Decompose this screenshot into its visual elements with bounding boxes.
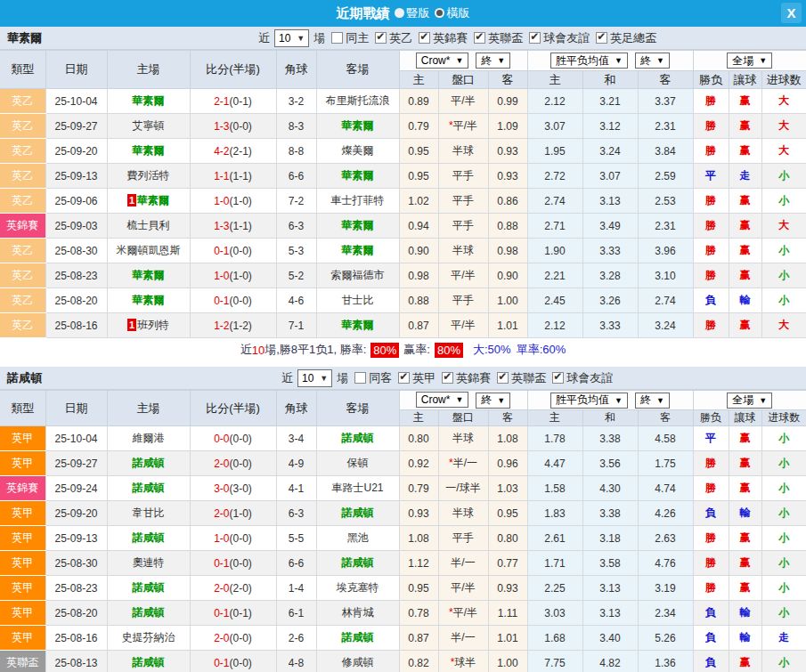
league-checkbox[interactable] [398, 372, 410, 384]
same-venue-checkbox[interactable] [331, 32, 343, 44]
avg-time-select[interactable]: 終▼ [635, 393, 670, 409]
away-team-name: 華素爾 [342, 219, 374, 231]
match-date: 25-09-24 [45, 476, 107, 501]
home-team: 梳士貝利 [107, 214, 190, 239]
match-count-select[interactable]: 10▼ [274, 29, 309, 47]
handicap-result: 赢 [729, 214, 761, 239]
avg-home: 2.72 [527, 164, 582, 189]
handicap: 一/球半 [438, 476, 488, 501]
league-checkbox[interactable] [552, 372, 564, 384]
odds-time-select[interactable]: 終▼ [476, 393, 510, 409]
league-checkbox[interactable] [419, 32, 430, 44]
home-odds: 1.02 [399, 189, 438, 214]
handicap-result: 輸 [729, 288, 761, 313]
odds-time-select[interactable]: 終▼ [476, 53, 510, 69]
layout-radio-horizontal[interactable]: 橫版 [435, 5, 470, 21]
away-odds: 1.09 [488, 114, 527, 139]
league-checkbox[interactable] [596, 32, 607, 44]
sub-column-header: 进球数 [761, 71, 806, 89]
home-team: 諾咸頓 [107, 526, 190, 551]
away-team-name: 華素爾 [342, 244, 374, 256]
league-checkbox[interactable] [497, 372, 509, 384]
goals-result: 小 [761, 164, 806, 189]
score: 0-1(0-0) [190, 651, 276, 672]
fulltime-score: 2-1 [214, 95, 229, 108]
match-row: 英甲25-08-16史提芬納治2-0(0-0)2-6諾咸頓0.87半/一1.01… [0, 626, 806, 651]
same-venue-checkbox[interactable] [354, 372, 366, 384]
away-odds: 0.99 [488, 89, 527, 114]
goals-result-value: 小 [778, 432, 789, 444]
odds-source-select[interactable]: Crow*▼ [416, 53, 469, 69]
handicap: 平手 [438, 189, 488, 214]
corner-score: 4-9 [276, 451, 316, 476]
avg-away: 5.26 [638, 626, 693, 651]
match-count-select[interactable]: 10▼ [297, 369, 332, 387]
scope-select[interactable]: 全場▼ [727, 393, 772, 409]
avg-away: 4.76 [638, 551, 693, 576]
summary-text: 近 [240, 342, 252, 358]
filter-controls: 近10▼場同主英乙英錦賽英聯盃球會友誼英足總盃 [258, 29, 656, 47]
away-odds: 0.96 [488, 451, 527, 476]
avg-draw: 3.33 [582, 239, 638, 263]
sub-column-header: 盤口 [438, 71, 488, 89]
home-odds: 0.79 [399, 476, 438, 501]
corner-score: 6-6 [276, 551, 316, 576]
league-checkbox[interactable] [442, 372, 453, 384]
type-badge: 英甲 [0, 526, 45, 551]
handicap-result-value: 赢 [740, 94, 751, 107]
select-value: Crow* [421, 393, 451, 406]
column-header-date: 日期 [45, 51, 107, 89]
halftime-score: (0-0) [230, 532, 252, 545]
match-date: 25-08-30 [45, 551, 107, 576]
handicap-value: 平手 [452, 294, 474, 306]
type-badge: 英甲 [0, 451, 45, 476]
odds-source-select[interactable]: Crow*▼ [416, 392, 469, 408]
halftime-score: (0-0) [230, 295, 252, 307]
scope-select[interactable]: 全場▼ [727, 53, 772, 69]
halftime-score: (1-0) [230, 195, 252, 207]
halftime-score: (0-1) [230, 607, 252, 619]
column-header-home: 主場 [107, 51, 190, 89]
match-date: 25-08-23 [45, 576, 107, 601]
type-badge: 英甲 [0, 626, 45, 651]
avg-draw: 3.26 [582, 288, 638, 313]
avg-away: 1.75 [638, 451, 693, 476]
avg-type-select[interactable]: 胜平负均值▼ [550, 393, 628, 409]
away-team: 埃克塞特 [316, 576, 399, 601]
type-badge: 英乙 [0, 164, 45, 189]
handicap-result: 赢 [729, 114, 761, 139]
avg-away: 3.24 [638, 313, 693, 338]
match-row: 英乙25-08-20華素爾0-1(0-0)4-6甘士比0.88平手1.002.4… [0, 288, 806, 313]
fulltime-score: 0-1 [214, 607, 229, 619]
handicap: 半球 [438, 501, 488, 526]
fulltime-score: 1-0 [214, 270, 229, 282]
league-checkbox[interactable] [529, 32, 541, 44]
away-team: 車士打菲特 [316, 189, 399, 214]
outcome-value: 勝 [705, 194, 716, 206]
avg-away: 1.36 [638, 651, 693, 672]
avg-time-select[interactable]: 終▼ [635, 53, 670, 69]
close-button[interactable]: X [781, 3, 802, 23]
score: 2-0(2-0) [190, 576, 276, 601]
avg-type-select[interactable]: 胜平负均值▼ [550, 53, 628, 69]
avg-away: 2.53 [638, 189, 693, 214]
near-label: 近 [281, 370, 293, 386]
avg-away: 2.74 [638, 288, 693, 313]
match-date: 25-08-16 [45, 313, 107, 338]
league-checkbox[interactable] [474, 32, 485, 44]
profit-rate-badge: 80% [435, 343, 463, 358]
league-checkbox[interactable] [375, 32, 387, 44]
goals-result: 小 [761, 551, 806, 576]
goals-result-value: 小 [778, 482, 789, 494]
summary-text: 赢率: [403, 342, 430, 358]
away-team-name: 甘士比 [342, 294, 374, 306]
home-team: 華素爾 [107, 139, 190, 164]
sub-column-header: 客 [488, 410, 527, 426]
corner-score: 5-3 [276, 239, 316, 263]
handicap-result-value: 輸 [740, 606, 751, 619]
layout-radio-vertical[interactable]: 豎版 [395, 5, 430, 21]
handicap-result-value: 赢 [740, 319, 751, 331]
away-team: 林肯城 [316, 601, 399, 626]
handicap-result-value: 赢 [740, 269, 751, 281]
goals-result: 大 [761, 139, 806, 164]
